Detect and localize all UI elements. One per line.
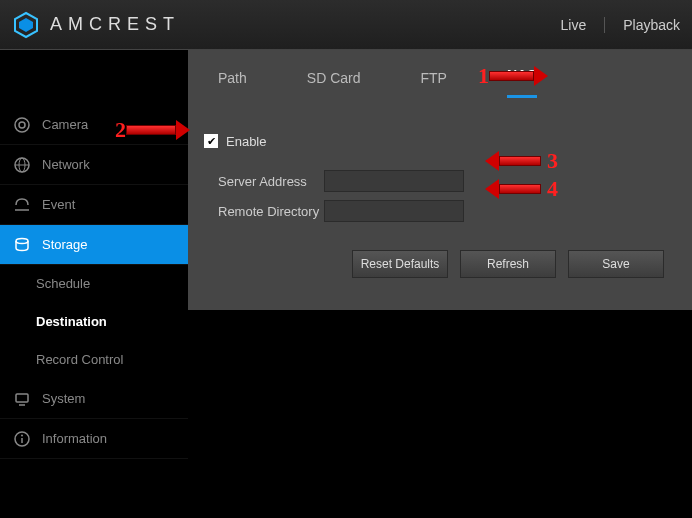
- header-bar: AMCREST Live Playback: [0, 0, 692, 50]
- sidebar-label: System: [42, 391, 85, 406]
- tab-ftp[interactable]: FTP: [421, 70, 447, 98]
- camera-icon: [12, 115, 32, 135]
- reset-defaults-button[interactable]: Reset Defaults: [352, 250, 448, 278]
- tab-sd-card[interactable]: SD Card: [307, 70, 361, 98]
- tab-nas[interactable]: NAS: [507, 67, 537, 98]
- lower-blank-panel: [188, 310, 692, 518]
- nav-divider: [604, 17, 605, 33]
- tab-bar: Path SD Card FTP NAS: [188, 50, 692, 98]
- remote-directory-label: Remote Directory: [204, 204, 324, 219]
- storage-icon: [12, 235, 32, 255]
- svg-point-12: [21, 434, 23, 436]
- sidebar-sub-record-control[interactable]: Record Control: [0, 341, 188, 379]
- sidebar-label: Camera: [42, 117, 88, 132]
- svg-rect-9: [16, 394, 28, 402]
- button-row: Reset Defaults Refresh Save: [204, 250, 692, 278]
- nav-live[interactable]: Live: [561, 17, 587, 33]
- system-icon: [12, 389, 32, 409]
- sidebar: Camera Network Event Storage Schedule De…: [0, 50, 188, 518]
- sidebar-item-system[interactable]: System: [0, 379, 188, 419]
- brand-logo-icon: [12, 11, 40, 39]
- server-address-input[interactable]: [324, 170, 464, 192]
- enable-checkbox[interactable]: ✔: [204, 134, 218, 148]
- sidebar-label: Event: [42, 197, 75, 212]
- brand-text: AMCREST: [50, 14, 180, 35]
- enable-label: Enable: [226, 134, 266, 149]
- nas-form: ✔ Enable Server Address Remote Directory…: [188, 98, 692, 278]
- sidebar-item-information[interactable]: Information: [0, 419, 188, 459]
- server-address-label: Server Address: [204, 174, 324, 189]
- brand-logo: AMCREST: [12, 11, 180, 39]
- sidebar-item-camera[interactable]: Camera: [0, 105, 188, 145]
- svg-point-8: [16, 238, 28, 243]
- sidebar-item-network[interactable]: Network: [0, 145, 188, 185]
- svg-point-3: [19, 122, 25, 128]
- sidebar-label: Information: [42, 431, 107, 446]
- sidebar-sub-destination[interactable]: Destination: [0, 303, 188, 341]
- svg-marker-1: [19, 18, 33, 32]
- svg-point-2: [15, 118, 29, 132]
- save-button[interactable]: Save: [568, 250, 664, 278]
- sidebar-label: Network: [42, 157, 90, 172]
- sidebar-item-storage[interactable]: Storage: [0, 225, 188, 265]
- nav-playback[interactable]: Playback: [623, 17, 680, 33]
- sidebar-sub-schedule[interactable]: Schedule: [0, 265, 188, 303]
- info-icon: [12, 429, 32, 449]
- header-nav: Live Playback: [561, 17, 681, 33]
- sidebar-label: Storage: [42, 237, 88, 252]
- tab-path[interactable]: Path: [218, 70, 247, 98]
- refresh-button[interactable]: Refresh: [460, 250, 556, 278]
- remote-directory-input[interactable]: [324, 200, 464, 222]
- main-panel: Path SD Card FTP NAS ✔ Enable Server Add…: [188, 50, 692, 518]
- event-icon: [12, 195, 32, 215]
- network-icon: [12, 155, 32, 175]
- sidebar-item-event[interactable]: Event: [0, 185, 188, 225]
